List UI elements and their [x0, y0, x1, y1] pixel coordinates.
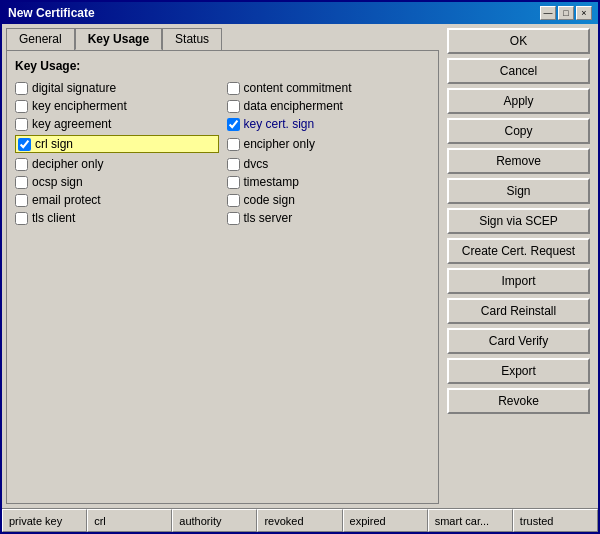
crl-sign-checkbox[interactable] — [18, 138, 31, 151]
tls-server-checkbox[interactable] — [227, 212, 240, 225]
checkbox-key-encipherment: key encipherment — [15, 99, 219, 113]
tab-status[interactable]: Status — [162, 28, 222, 50]
sign-button[interactable]: Sign — [447, 178, 590, 204]
checkbox-dvcs: dvcs — [227, 157, 431, 171]
tls-server-label[interactable]: tls server — [244, 211, 293, 225]
digital-signature-label[interactable]: digital signature — [32, 81, 116, 95]
ocsp-sign-label[interactable]: ocsp sign — [32, 175, 83, 189]
status-expired: expired — [343, 509, 428, 532]
key-agreement-checkbox[interactable] — [15, 118, 28, 131]
status-bar: private key crl authority revoked expire… — [2, 508, 598, 532]
remove-button[interactable]: Remove — [447, 148, 590, 174]
tls-client-label[interactable]: tls client — [32, 211, 75, 225]
window-title: New Certificate — [8, 6, 95, 20]
checkbox-email-protect: email protect — [15, 193, 219, 207]
checkbox-tls-server: tls server — [227, 211, 431, 225]
title-bar: New Certificate — □ × — [2, 2, 598, 24]
right-panel: OK Cancel Apply Copy Remove Sign Sign vi… — [443, 24, 598, 508]
checkbox-timestamp: timestamp — [227, 175, 431, 189]
checkbox-key-cert-sign: key cert. sign — [227, 117, 431, 131]
ocsp-sign-checkbox[interactable] — [15, 176, 28, 189]
encipher-only-checkbox[interactable] — [227, 138, 240, 151]
email-protect-checkbox[interactable] — [15, 194, 28, 207]
dvcs-label[interactable]: dvcs — [244, 157, 269, 171]
checkbox-key-agreement: key agreement — [15, 117, 219, 131]
timestamp-label[interactable]: timestamp — [244, 175, 299, 189]
left-panel: General Key Usage Status Key Usage: digi… — [2, 24, 443, 508]
tab-key-usage[interactable]: Key Usage — [75, 28, 162, 50]
checkbox-digital-signature: digital signature — [15, 81, 219, 95]
content-area: General Key Usage Status Key Usage: digi… — [2, 24, 598, 508]
checkbox-decipher-only: decipher only — [15, 157, 219, 171]
checkbox-content-commitment: content commitment — [227, 81, 431, 95]
close-button[interactable]: × — [576, 6, 592, 20]
status-trusted: trusted — [513, 509, 598, 532]
import-button[interactable]: Import — [447, 268, 590, 294]
cancel-button[interactable]: Cancel — [447, 58, 590, 84]
timestamp-checkbox[interactable] — [227, 176, 240, 189]
minimize-button[interactable]: — — [540, 6, 556, 20]
code-sign-checkbox[interactable] — [227, 194, 240, 207]
window-controls: — □ × — [540, 6, 592, 20]
status-smart-card: smart car... — [428, 509, 513, 532]
tls-client-checkbox[interactable] — [15, 212, 28, 225]
email-protect-label[interactable]: email protect — [32, 193, 101, 207]
content-commitment-label[interactable]: content commitment — [244, 81, 352, 95]
key-encipherment-label[interactable]: key encipherment — [32, 99, 127, 113]
ok-button[interactable]: OK — [447, 28, 590, 54]
card-reinstall-button[interactable]: Card Reinstall — [447, 298, 590, 324]
dvcs-checkbox[interactable] — [227, 158, 240, 171]
apply-button[interactable]: Apply — [447, 88, 590, 114]
key-agreement-label[interactable]: key agreement — [32, 117, 111, 131]
digital-signature-checkbox[interactable] — [15, 82, 28, 95]
key-cert-sign-checkbox[interactable] — [227, 118, 240, 131]
key-usage-label: Key Usage: — [15, 59, 430, 73]
sign-via-scep-button[interactable]: Sign via SCEP — [447, 208, 590, 234]
checkbox-code-sign: code sign — [227, 193, 431, 207]
card-verify-button[interactable]: Card Verify — [447, 328, 590, 354]
key-encipherment-checkbox[interactable] — [15, 100, 28, 113]
maximize-button[interactable]: □ — [558, 6, 574, 20]
tab-bar: General Key Usage Status — [6, 28, 439, 50]
checkbox-data-encipherment: data encipherment — [227, 99, 431, 113]
checkbox-ocsp-sign: ocsp sign — [15, 175, 219, 189]
key-cert-sign-label[interactable]: key cert. sign — [244, 117, 315, 131]
encipher-only-label[interactable]: encipher only — [244, 137, 315, 151]
code-sign-label[interactable]: code sign — [244, 193, 295, 207]
status-authority: authority — [172, 509, 257, 532]
status-revoked: revoked — [257, 509, 342, 532]
decipher-only-checkbox[interactable] — [15, 158, 28, 171]
status-private-key: private key — [2, 509, 87, 532]
tab-general[interactable]: General — [6, 28, 75, 50]
checkbox-encipher-only: encipher only — [227, 135, 431, 153]
copy-button[interactable]: Copy — [447, 118, 590, 144]
content-commitment-checkbox[interactable] — [227, 82, 240, 95]
checkbox-tls-client: tls client — [15, 211, 219, 225]
checkboxes-grid: digital signature content commitment key… — [15, 81, 430, 225]
checkbox-crl-sign: crl sign — [15, 135, 219, 153]
main-window: New Certificate — □ × General Key Usage … — [0, 0, 600, 534]
revoke-button[interactable]: Revoke — [447, 388, 590, 414]
data-encipherment-label[interactable]: data encipherment — [244, 99, 343, 113]
tab-content: Key Usage: digital signature content com… — [6, 50, 439, 504]
status-crl: crl — [87, 509, 172, 532]
export-button[interactable]: Export — [447, 358, 590, 384]
crl-sign-label[interactable]: crl sign — [35, 137, 73, 151]
decipher-only-label[interactable]: decipher only — [32, 157, 103, 171]
create-cert-request-button[interactable]: Create Cert. Request — [447, 238, 590, 264]
data-encipherment-checkbox[interactable] — [227, 100, 240, 113]
